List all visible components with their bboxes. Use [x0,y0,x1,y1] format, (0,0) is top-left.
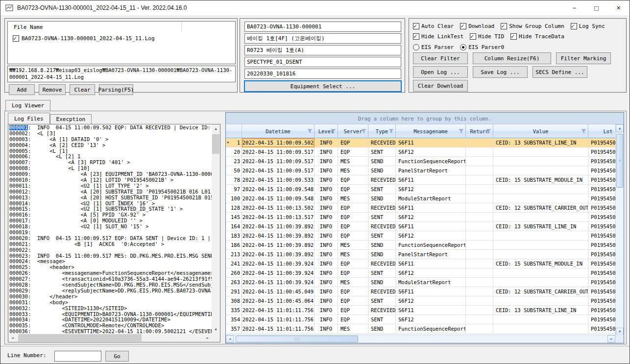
grid-cell[interactable] [466,203,493,213]
grid-cell[interactable] [466,278,493,287]
grid-cell[interactable]: 2022-04-15 11:00:39.924 [242,268,315,278]
grid-cell[interactable] [493,250,588,259]
grid-cell[interactable]: 2022-04-15 11:00:13.502 [242,203,315,213]
grid-cell[interactable] [466,268,493,278]
grid-row[interactable]: 3542022-04-15 11:01:11.756INFOEQPSENTS6F… [226,315,624,324]
grid-cell[interactable]: S6F11 [396,203,466,213]
grid-cell[interactable] [466,175,493,185]
filter-icon[interactable] [331,129,336,134]
grid-cell[interactable]: INFO [315,306,338,315]
grid-cell[interactable]: RECEVIED [368,175,396,185]
grid-cell[interactable]: EQP [338,306,368,315]
grid-cell[interactable]: S6F12 [396,185,466,194]
row-indicator-cell[interactable]: 78 [226,175,242,185]
file-checkbox[interactable] [13,35,19,42]
scroll-right-icon[interactable]: ► [607,335,615,343]
grid-cell[interactable]: INFO [315,138,338,147]
grid-row[interactable]: 2912022-04-15 11:00:45.049INFOEQPRECEVIE… [226,287,624,296]
grid-cell[interactable]: 2022-04-15 11:00:39.892 [242,231,315,241]
grid-cell[interactable] [466,166,493,175]
grid-cell[interactable]: EQP [338,222,368,231]
grid-cell[interactable]: S6F11 [396,138,466,147]
grid-cell[interactable]: S6F12 [396,147,466,157]
grid-cell[interactable]: S6F11 [396,306,466,315]
tab-log-viewer[interactable]: Log Viewer [5,100,50,111]
scroll-left-icon[interactable]: ◄ [226,335,234,343]
grid-cell[interactable]: SEND [368,194,396,203]
grid-cell[interactable]: 2022-04-15 11:00:39.924 [242,278,315,287]
auto-clear-checkbox[interactable]: Auto Clear [413,23,454,29]
grid-cell[interactable] [466,296,493,306]
grid-cell[interactable]: MES [338,324,368,334]
grid-cell[interactable] [493,213,588,222]
grid-cell[interactable]: CEID: 15 SUBSTRATE_MODULE_IN [493,259,588,268]
row-indicator-cell[interactable]: 357 [226,324,242,334]
log-line[interactable]: 000018: <U2 [1] SLOT_NO '15' > [9,224,212,230]
grid-row[interactable]: 2602022-04-15 11:00:39.924INFOEQPSENTS6F… [226,268,624,278]
log-horizontal-scrollbar[interactable]: ◄ ► [8,334,212,342]
grid-cell[interactable] [466,222,493,231]
grid-horizontal-scrollbar[interactable]: ◄ ||| ► [226,335,615,343]
remove-button[interactable]: Remove [39,84,66,95]
grid-row[interactable]: 2132022-04-15 11:00:39.892INFOMESSENDPan… [226,250,624,259]
grid-cell[interactable] [466,315,493,324]
grid-cell[interactable]: 2022-04-15 11:00:09.548 [242,185,315,194]
grid-cell[interactable]: INFO [315,194,338,203]
grid-row[interactable]: 972022-04-15 11:00:09.548INFOEQPSENTS6F1… [226,185,624,194]
grid-cell[interactable]: CEID: 12 SUBSTRATE_CARRIER_OUT [493,203,588,213]
grid-row[interactable]: 3352022-04-15 11:01:11.756INFOEQPRECEVIE… [226,306,624,315]
grid-cell[interactable] [466,250,493,259]
grid-cell[interactable]: ModuleStartReport [396,194,466,203]
hide-tracedata-checkbox[interactable]: Hide TraceData [510,33,564,40]
close-button[interactable]: ✕ [607,0,630,15]
row-indicator-cell[interactable]: 50 [226,166,242,175]
grid-cell[interactable]: EQP [338,268,368,278]
grid-cell[interactable]: FunctionSequenceReport [396,241,466,250]
grid-cell[interactable]: EQP [338,296,368,306]
log-line[interactable]: 000021: <B [1] ACKC6 '0:Accepted' > [9,242,212,247]
grid-cell[interactable]: RECEVIED [368,222,396,231]
log-text-pane[interactable]: 000001: INFO 04-15 11:00:09.502 EQP: DAT… [8,124,220,342]
grid-cell[interactable]: S6F11 [396,222,466,231]
grid-cell[interactable]: EQP [338,203,368,213]
grid-cell[interactable] [466,185,493,194]
filter-icon[interactable] [307,129,313,134]
minimize-button[interactable]: ─ [563,0,585,15]
row-indicator-cell[interactable]: 263 [226,278,242,287]
filter-icon[interactable] [361,129,366,134]
grid-cell[interactable]: RECEVIED [368,287,396,296]
grid-cell[interactable]: EQP [338,231,368,241]
grid-cell[interactable]: CEID: 13 SUBSTRATE_LINE_IN [493,306,588,315]
grid-cell[interactable]: SENT [368,213,396,222]
grid-cell[interactable]: S6F11 [396,175,466,185]
spec-type-field[interactable]: SPECTYPE_01_DSENT [244,57,401,67]
grid-cell[interactable]: S6F12 [396,296,466,306]
go-button[interactable]: Go [105,351,129,362]
grid-cell[interactable]: ModuleStartReport [396,278,466,287]
grid-cell[interactable] [466,306,493,315]
grid-cell[interactable]: 2022-04-15 11:00:39.924 [242,259,315,268]
grid-cell[interactable]: MES [338,194,368,203]
grid-vertical-scrollbar[interactable]: ▲ ≡ ▼ [615,124,624,336]
grid-cell[interactable] [466,147,493,157]
file-list[interactable]: File Name BA0723-OVNA-1130-000001_2022-0… [7,21,236,64]
grid-cell[interactable]: SENT [368,296,396,306]
row-indicator-cell[interactable]: 186 [226,241,242,250]
grid-cell[interactable]: 2022-04-15 11:00:45.049 [242,287,315,296]
grid-cell[interactable]: INFO [315,147,338,157]
clear-download-button[interactable]: Clear Download [413,80,468,92]
filter-icon[interactable] [459,129,464,134]
filter-icon[interactable] [388,129,394,134]
grid-cell[interactable]: SENT [368,268,396,278]
grid-cell[interactable] [466,138,493,147]
grid-row[interactable]: 502022-04-15 11:00:09.517INFOMESSENDPane… [226,166,624,175]
grid-cell[interactable]: 2022-04-15 11:01:11.756 [242,306,315,315]
hide-tid-checkbox[interactable]: Hide TID [470,33,504,40]
grid-cell[interactable]: MES [338,166,368,175]
grid-cell[interactable]: S6F12 [396,268,466,278]
grid-cell[interactable]: S6F11 [396,259,466,268]
scrollbar-thumb[interactable] [18,334,142,341]
row-indicator-cell[interactable]: 260 [226,268,242,278]
grid-cell[interactable]: S6F12 [396,213,466,222]
grid-cell[interactable]: 2022-04-15 11:00:09.548 [242,194,315,203]
